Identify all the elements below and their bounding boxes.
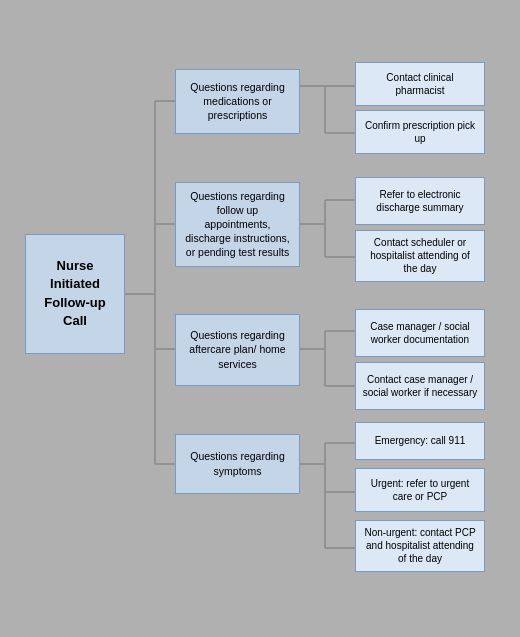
category-node-4: Questions regarding symptoms: [175, 434, 300, 494]
diagram-container: Nurse Initiated Follow-up Call Questions…: [0, 0, 520, 637]
sub-item-2a: Refer to electronic discharge summary: [355, 177, 485, 225]
category-node-3: Questions regarding aftercare plan/ home…: [175, 314, 300, 386]
sub-item-3b: Contact case manager / social worker if …: [355, 362, 485, 410]
cat2-label: Questions regarding follow up appointmen…: [183, 189, 292, 260]
sub-item-4c: Non-urgent: contact PCP and hospitalist …: [355, 520, 485, 572]
sub-item-3a: Case manager / social worker documentati…: [355, 309, 485, 357]
sub-item-4a: Emergency: call 911: [355, 422, 485, 460]
sub-item-2b: Contact scheduler or hospitalist attendi…: [355, 230, 485, 282]
root-node: Nurse Initiated Follow-up Call: [25, 234, 125, 354]
sub-item-1b: Confirm prescription pick up: [355, 110, 485, 154]
sub-item-4b: Urgent: refer to urgent care or PCP: [355, 468, 485, 512]
cat1-label: Questions regarding medications or presc…: [183, 80, 292, 123]
cat4-label: Questions regarding symptoms: [183, 449, 292, 477]
category-node-2: Questions regarding follow up appointmen…: [175, 182, 300, 267]
category-node-1: Questions regarding medications or presc…: [175, 69, 300, 134]
root-label: Nurse Initiated Follow-up Call: [34, 257, 116, 330]
main-wrapper: Nurse Initiated Follow-up Call Questions…: [15, 14, 505, 624]
sub-item-1a: Contact clinical pharmacist: [355, 62, 485, 106]
cat3-label: Questions regarding aftercare plan/ home…: [183, 328, 292, 371]
